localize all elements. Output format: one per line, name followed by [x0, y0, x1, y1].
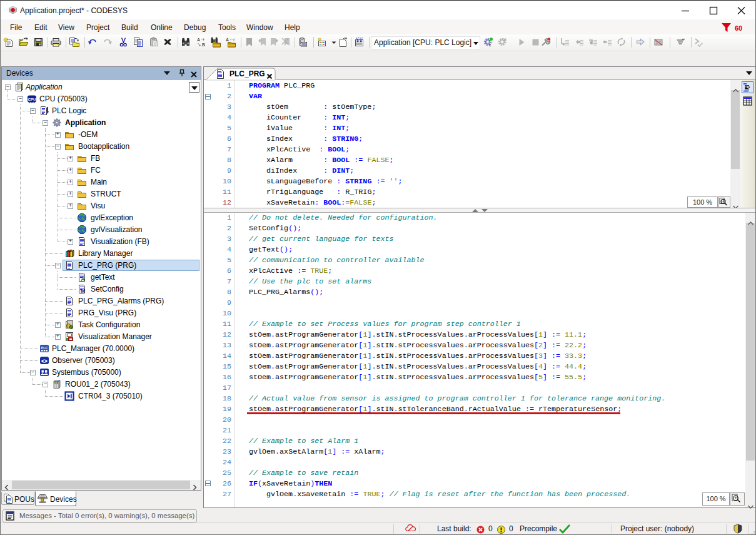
- svg-text:B: B: [202, 43, 205, 47]
- svg-text:A: A: [197, 38, 200, 42]
- svg-text:A: A: [226, 38, 229, 42]
- svg-text:A: A: [81, 276, 85, 282]
- svg-text:CPU: CPU: [28, 97, 36, 101]
- svg-text:60: 60: [735, 24, 742, 32]
- svg-text:M: M: [81, 288, 86, 294]
- svg-text:PLC: PLC: [41, 346, 48, 350]
